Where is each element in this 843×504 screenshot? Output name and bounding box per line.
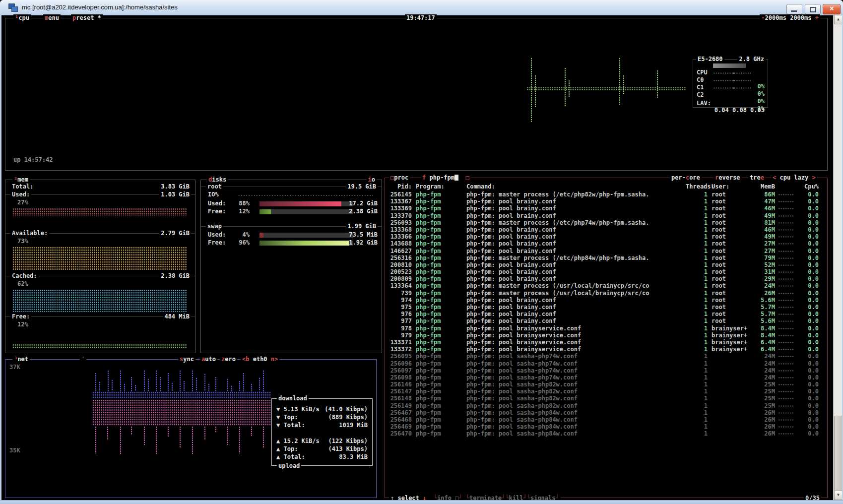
proc-row[interactable]: 133364php-fpmphp-fpm: master process (/u… [387,282,826,289]
mem-free-pct: 12% [17,321,28,328]
sort-next-button[interactable]: > [812,174,816,181]
scrollbar-thumb[interactable] [834,416,843,491]
mem-cached-graph [12,289,187,312]
proc-filter-input[interactable]: php-fpm [429,174,454,181]
mem-available-row: Available: 2.79 GiB [5,230,195,237]
net-auto-toggle[interactable]: auto [200,356,217,363]
window-titlebar: mc [root@a202.itdeveloper.com.ua]:/home/… [0,0,843,15]
proc-row[interactable]: 977php-fpmphp-fpm: pool brainy.conf1root… [387,317,826,324]
proc-row[interactable]: 256097php-fpmphp-fpm: pool sasha-php74w.… [387,367,826,374]
net-download-spikes [92,370,271,391]
mem-free: 484 MiB [163,313,191,320]
update-interval: -2000ms 2000ms + [760,14,820,21]
proc-row[interactable]: 256095php-fpmphp-fpm: pool sasha-php74w.… [387,353,826,360]
proc-row[interactable]: 133369php-fpmphp-fpm: pool brainy.conf1r… [387,205,826,212]
disk-root-used: 17.2 GiB [349,200,378,207]
window-border-bottom [0,500,843,504]
net-upload-spikes [92,426,271,457]
col-user[interactable]: User: [708,183,751,190]
proc-row[interactable]: 256146php-fpmphp-fpm: pool sasha-php82w.… [387,381,826,388]
proc-row[interactable]: 256096php-fpmphp-fpm: pool sasha-php74w.… [387,360,826,367]
proc-row[interactable]: 133366php-fpmphp-fpm: pool brainy.conf1r… [387,233,826,240]
restore-button[interactable] [805,4,821,14]
net-zero-toggle[interactable]: zero [220,356,237,363]
proc-box: □proc f php-fpm □ per-core reverse tree … [385,178,828,498]
preset-button[interactable]: preset * [71,14,103,21]
proc-row[interactable]: 133372php-fpmphp-fpm: pool brainyservice… [387,346,826,353]
proc-row[interactable]: 146627php-fpmphp-fpm: pool brainy.conf1r… [387,248,826,254]
proc-row[interactable]: 256468php-fpmphp-fpm: pool sasha-php84w.… [387,416,826,423]
col-cpu[interactable]: Cpu% [796,183,819,190]
proc-row[interactable]: 256147php-fpmphp-fpm: pool sasha-php82w.… [387,388,826,395]
proc-row[interactable]: 200809php-fpmphp-fpm: pool brainy.conf1r… [387,275,826,282]
proc-row[interactable]: 256098php-fpmphp-fpm: pool sasha-php74w.… [387,374,826,381]
disk-swap-used: 73.5 MiB [349,231,378,239]
filter-clear-icon[interactable]: □ [466,174,469,181]
scrollbar[interactable]: ▲ ▼ [833,15,843,500]
proc-row[interactable]: 143688php-fpmphp-fpm: pool brainy.conf1r… [387,240,826,247]
disk-root-free: 2.38 GiB [349,208,378,215]
proc-row[interactable]: 739php-fpmphp-fpm: master process (/usr/… [387,290,826,297]
minimize-icon [791,10,797,12]
percore-toggle[interactable]: per-core [670,174,702,181]
proc-row[interactable]: 256470php-fpmphp-fpm: pool sasha-php84w.… [387,430,826,437]
minimize-button[interactable] [786,4,802,14]
proc-row[interactable]: 256093php-fpmphp-fpm: master process (/e… [387,219,826,226]
proc-row[interactable]: 974php-fpmphp-fpm: pool brainy.conf1root… [387,297,826,304]
col-command[interactable]: Command: [466,183,686,190]
core-row: C0 0% [693,69,768,77]
interval-plus-button[interactable]: + [815,14,819,21]
net-interface-switch[interactable]: <b eth0 n> [241,356,279,363]
sort-selector[interactable]: < cpu lazy > [771,174,817,181]
net-scale-bottom: 35K [9,447,20,454]
disk-io-graph [238,194,375,196]
proc-row[interactable]: 256469php-fpmphp-fpm: pool sasha-php84w.… [387,423,826,430]
net-sync-toggle[interactable]: sync [178,356,195,363]
proc-row[interactable]: 133368php-fpmphp-fpm: pool brainy.conf1r… [387,226,826,233]
proc-row[interactable]: 256467php-fpmphp-fpm: pool sasha-php84w.… [387,409,826,416]
col-program[interactable]: Program: [412,183,466,190]
scroll-up-button[interactable]: ▲ [834,15,843,24]
download-speed: 5.13 KiB/s [283,406,319,413]
load-average-row: LAV: 0.04 0.08 0.03 [693,93,768,100]
mem-free-graph [12,344,187,348]
proc-row[interactable]: 979php-fpmphp-fpm: pool brainyservice.co… [387,332,826,339]
proc-filter[interactable]: f php-fpm □ [421,174,471,181]
net-upload-graph [92,399,271,426]
mem-free-row: Free: 484 MiB [5,313,195,320]
core-row: C1 0% [693,77,768,84]
tree-toggle[interactable]: tree [748,174,766,181]
screen: { "window": { "title": "mc [root@a202.it… [0,0,843,504]
proc-row[interactable]: 133370php-fpmphp-fpm: pool brainy.conf1r… [387,212,826,219]
proc-row[interactable]: 256148php-fpmphp-fpm: pool sasha-php82w.… [387,395,826,402]
interval-minus-button[interactable]: - [761,14,765,21]
sort-prev-button[interactable]: < [773,174,776,181]
disks-io-toggle[interactable]: io [367,176,377,183]
upload-speed-row: ▲ 15.2 KiB/s(122 Kibps) [276,438,368,445]
disks-box: disks io root 19.5 GiB IO% Used: 88% 17.… [200,180,382,353]
upload-total-row: ▲ Total:83.3 MiB [276,453,368,461]
scroll-down-button[interactable]: ▼ [834,491,843,500]
menu-button[interactable]: menu [43,14,61,21]
disk-root-row: root 19.5 GiB [201,183,382,190]
proc-row[interactable]: 133371php-fpmphp-fpm: pool brainyservice… [387,339,826,346]
mem-total-row: Total: 3.83 GiB [5,183,195,190]
close-button[interactable]: × [823,4,841,14]
download-title: download [277,395,309,402]
proc-row[interactable]: 975php-fpmphp-fpm: pool brainy.conf1root… [387,304,826,311]
proc-row[interactable]: 256149php-fpmphp-fpm: pool sasha-php82w.… [387,402,826,409]
proc-row[interactable]: 976php-fpmphp-fpm: pool brainy.conf1root… [387,311,826,317]
proc-row[interactable]: 200810php-fpmphp-fpm: pool brainy.conf1r… [387,261,826,268]
proc-row[interactable]: 200523php-fpmphp-fpm: pool brainy.conf1r… [387,268,826,275]
mem-used-row: Used: 1.03 GiB [5,191,195,198]
proc-row[interactable]: 133367php-fpmphp-fpm: pool brainy.conf1r… [387,198,826,205]
col-threads[interactable]: Threads: [686,183,708,190]
mem-used: 1.03 GiB [159,191,191,198]
col-mem[interactable]: MemB [751,183,775,190]
proc-row[interactable]: 256316php-fpmphp-fpm: master process (/e… [387,254,826,261]
down-arrow-icon: ▼ [276,422,280,429]
reverse-toggle[interactable]: reverse [713,174,742,181]
proc-row[interactable]: 978php-fpmphp-fpm: pool brainyservice.co… [387,325,826,332]
col-pid[interactable]: Pid: [387,183,412,190]
proc-row[interactable]: 256145php-fpmphp-fpm: master process (/e… [387,191,826,198]
